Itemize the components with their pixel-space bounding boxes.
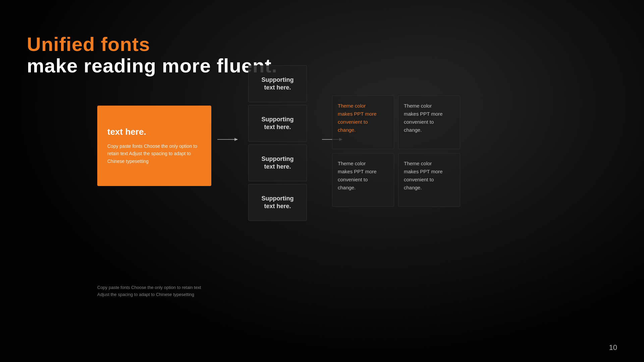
info-columns: Theme colormakes PPT moreconvenient toch… [332,96,460,207]
slide-content: Unified fonts make reading more fluent. … [0,0,644,362]
dark-boxes-column: Supportingtext here. Supportingtext here… [248,65,307,221]
info-row-2: Theme colormakes PPT moreconvenient toch… [332,153,460,207]
info-box-1-1: Theme colormakes PPT moreconvenient toch… [332,96,394,149]
dark-box-3: Supportingtext here. [248,144,307,181]
orange-card-title: text here. [107,127,201,137]
dark-box-1: Supportingtext here. [248,65,307,102]
info-box-1-1-text: Theme colormakes PPT moreconvenient toch… [338,102,388,134]
bottom-caption: Copy paste fonts Choose the only option … [97,284,201,298]
title-white: make reading more fluent. [27,55,277,76]
dark-box-2-text: Supportingtext here. [262,116,294,131]
dark-box-2: Supportingtext here. [248,105,307,142]
dark-box-4: Supportingtext here. [248,184,307,221]
info-box-1-2: Theme colormakes PPT moreconvenient toch… [398,96,460,149]
arrow-1-line [217,139,237,140]
bottom-caption-line2: Adjust the spacing to adapt to Chinese t… [97,291,201,298]
title-section: Unified fonts make reading more fluent. [27,34,277,76]
bottom-caption-line1: Copy paste fonts Choose the only option … [97,284,201,291]
dark-box-1-text: Supportingtext here. [262,76,294,92]
page-number: 10 [609,343,617,352]
info-row-1: Theme colormakes PPT moreconvenient toch… [332,96,460,149]
arrow-1 [217,139,237,140]
title-orange: Unified fonts [27,34,277,55]
info-box-2-2: Theme colormakes PPT moreconvenient toch… [398,153,460,207]
dark-box-3-text: Supportingtext here. [262,155,294,171]
dark-box-4-text: Supportingtext here. [262,195,294,210]
orange-card: text here. Copy paste fonts Choose the o… [97,106,211,186]
info-box-2-1: Theme colormakes PPT moreconvenient toch… [332,153,394,207]
info-box-1-2-text: Theme colormakes PPT moreconvenient toch… [404,102,454,134]
info-box-2-2-text: Theme colormakes PPT moreconvenient toch… [404,160,454,192]
orange-card-body: Copy paste fonts Choose the only option … [107,142,201,165]
info-box-2-1-text: Theme colormakes PPT moreconvenient toch… [338,160,388,192]
